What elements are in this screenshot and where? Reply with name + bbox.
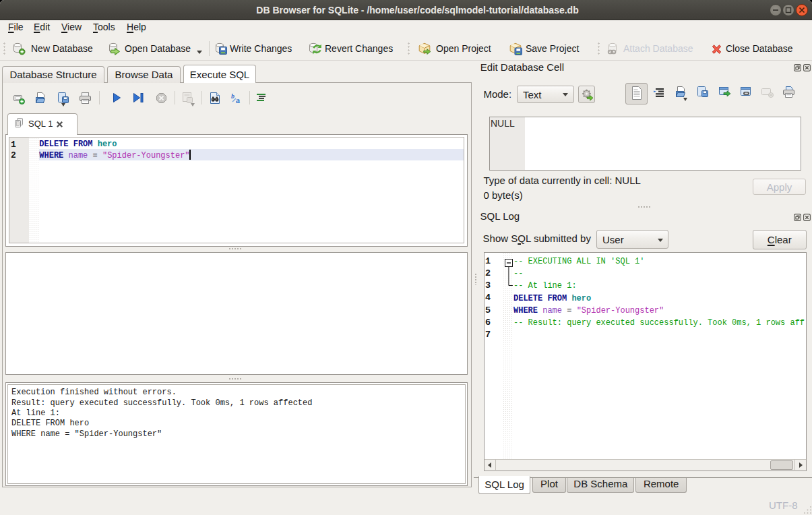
svg-text:b: b [231, 92, 235, 100]
svg-text:a: a [236, 96, 240, 104]
